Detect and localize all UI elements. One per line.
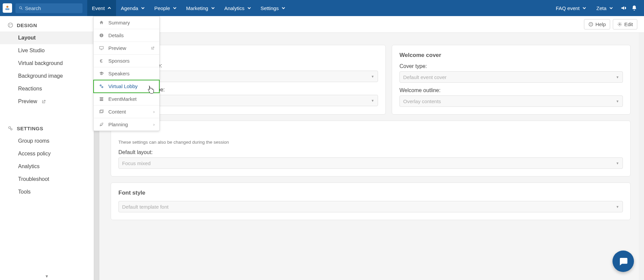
dd-item-virtual-lobby[interactable]: Virtual Lobby <box>94 80 159 93</box>
external-link-icon <box>151 46 155 50</box>
gear-icon <box>617 22 622 27</box>
dec-type-select[interactable]: ▼ <box>155 95 378 106</box>
chevron-right-icon: › <box>153 109 155 114</box>
dropdown-caret-icon: ▼ <box>616 99 619 103</box>
sidebar-item-troubleshoot[interactable]: Troubleshoot <box>0 173 94 186</box>
svg-text:?: ? <box>590 23 592 26</box>
sidebar-item-live-studio[interactable]: Live Studio <box>0 44 94 57</box>
chevron-down-icon <box>609 6 613 10</box>
sidebar-item-group-rooms[interactable]: Group rooms <box>0 135 94 147</box>
images-icon <box>98 109 104 114</box>
sidebar-design-label: DESIGN <box>17 22 37 28</box>
nav-people[interactable]: People <box>150 0 181 16</box>
help-label: Help <box>595 21 606 27</box>
nav-event[interactable]: Event <box>87 0 116 16</box>
nav-items: Event Agenda People Marketing Analytics … <box>87 0 290 16</box>
chevron-down-icon <box>211 6 215 10</box>
content: pe: ▼ ype: ▼ Welcome cover Cover type: <box>94 33 644 233</box>
sidebar-item-preview-label: Preview <box>18 98 37 104</box>
bg-type-select[interactable]: ▼ <box>155 71 378 82</box>
nav-settings-label: Settings <box>261 5 279 11</box>
help-button[interactable]: ? Help <box>584 19 610 29</box>
sidebar-item-background-image[interactable]: Background image <box>0 70 94 82</box>
layout-hint: These settings can also be changed durin… <box>118 140 623 145</box>
nav-agenda[interactable]: Agenda <box>116 0 150 16</box>
dd-item-summary[interactable]: Summary <box>94 16 159 29</box>
sidebar-item-preview[interactable]: Preview <box>0 95 94 108</box>
font-style-title: Font style <box>118 190 623 196</box>
font-style-select[interactable]: Default template font ▼ <box>118 201 623 212</box>
sidebar-scroll-down-icon[interactable]: ▼ <box>45 274 49 279</box>
svg-rect-20 <box>99 111 102 113</box>
nav-agenda-label: Agenda <box>121 5 138 11</box>
welcome-outline-select[interactable]: Overlay contents ▼ <box>399 95 623 107</box>
nav-faq-event[interactable]: FAQ event <box>553 5 589 11</box>
nav-people-label: People <box>154 5 170 11</box>
top-nav: Event Agenda People Marketing Analytics … <box>0 0 644 16</box>
dd-label: Speakers <box>108 71 129 76</box>
layout-card: These settings can also be changed durin… <box>111 121 631 177</box>
search-input[interactable] <box>25 5 79 11</box>
svg-point-4 <box>8 23 13 27</box>
default-layout-select[interactable]: Focus mixed ▼ <box>118 157 623 169</box>
cover-type-value: Default event cover <box>403 74 446 80</box>
svg-point-7 <box>9 25 10 26</box>
dd-label: Preview <box>108 45 126 51</box>
sidebar-item-layout[interactable]: Layout <box>0 31 94 44</box>
welcome-outline-value: Overlay contents <box>403 98 441 104</box>
event-dropdown: Summary Details Preview € Sponsors Speak… <box>93 16 160 131</box>
svg-point-8 <box>9 127 11 129</box>
nav-faq-event-label: FAQ event <box>556 5 580 11</box>
dd-label: Summary <box>108 20 130 25</box>
default-layout-value: Focus mixed <box>122 160 151 166</box>
dd-item-eventmarket[interactable]: EventMarket <box>94 93 159 106</box>
dd-item-speakers[interactable]: Speakers <box>94 67 159 80</box>
chevron-down-icon <box>173 6 177 10</box>
external-link-icon <box>41 98 46 104</box>
nav-marketing[interactable]: Marketing <box>181 0 220 16</box>
gears-icon <box>7 125 13 131</box>
edit-label: Edit <box>624 21 633 27</box>
nav-analytics[interactable]: Analytics <box>220 0 256 16</box>
edit-button[interactable]: Edit <box>613 19 637 29</box>
dd-item-content[interactable]: Content › <box>94 106 159 118</box>
dd-item-sponsors[interactable]: € Sponsors <box>94 55 159 67</box>
notifications-icon[interactable] <box>631 5 637 11</box>
content-area: ? Help Edit pe: ▼ <box>94 16 644 280</box>
dropdown-caret-icon: ▼ <box>371 75 374 78</box>
nav-user-zeta[interactable]: Zeta <box>594 5 616 11</box>
sidebar-item-tools[interactable]: Tools <box>0 186 94 198</box>
dd-item-planning[interactable]: Planning › <box>94 118 159 131</box>
cover-type-select[interactable]: Default event cover ▼ <box>399 71 623 83</box>
graduation-icon <box>98 71 104 76</box>
nav-settings[interactable]: Settings <box>256 0 290 16</box>
logo-icon <box>4 5 10 11</box>
default-layout-label: Default layout: <box>118 149 623 155</box>
dropdown-caret-icon: ▼ <box>371 99 374 102</box>
sidebar-item-access-policy[interactable]: Access policy <box>0 147 94 160</box>
page-scrollbar[interactable] <box>639 33 644 280</box>
svg-line-3 <box>21 9 22 10</box>
dd-item-preview[interactable]: Preview <box>94 42 159 55</box>
welcome-cover-card: Welcome cover Cover type: Default event … <box>392 45 631 115</box>
dropdown-caret-icon: ▼ <box>616 75 619 79</box>
svg-point-9 <box>11 129 12 130</box>
sidebar-item-analytics[interactable]: Analytics <box>0 160 94 173</box>
bg-type-label: pe: <box>155 63 378 69</box>
dd-label: Details <box>108 32 124 38</box>
search-box[interactable] <box>15 3 83 13</box>
chat-fab[interactable] <box>612 251 634 272</box>
announcements-icon[interactable] <box>621 5 627 11</box>
welcome-outline-label: Welcome outline: <box>399 87 623 93</box>
svg-point-12 <box>619 24 621 25</box>
dd-item-details[interactable]: Details <box>94 29 159 42</box>
dd-label: EventMarket <box>108 96 137 102</box>
sidebar: DESIGN Layout Live Studio Virtual backgr… <box>0 16 94 280</box>
subheader: ? Help Edit <box>94 16 644 33</box>
app-logo[interactable] <box>3 3 12 13</box>
svg-rect-21 <box>100 110 103 113</box>
sidebar-item-reactions[interactable]: Reactions <box>0 82 94 95</box>
info-icon <box>98 33 104 38</box>
sidebar-settings-label: SETTINGS <box>17 126 43 131</box>
sidebar-item-virtual-background[interactable]: Virtual background <box>0 57 94 70</box>
